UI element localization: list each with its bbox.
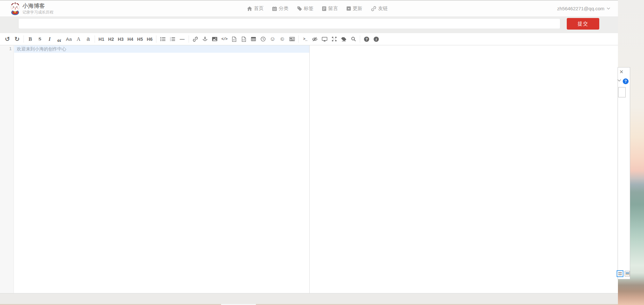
toolbar-code-button[interactable]: </> bbox=[219, 34, 229, 44]
horizontal-rule-icon: — bbox=[180, 36, 185, 42]
nav-item-label: 首页 bbox=[254, 5, 264, 12]
toolbar-datetime-button[interactable] bbox=[258, 34, 268, 44]
toolbar-table-button[interactable] bbox=[248, 34, 258, 44]
toolbar-ucwords-button[interactable]: Aa bbox=[64, 34, 74, 44]
message-board-icon bbox=[322, 6, 326, 11]
italic-icon: I bbox=[49, 36, 51, 42]
toolbar-goto-line-button[interactable]: >_ bbox=[300, 34, 310, 44]
h5-icon: H5 bbox=[137, 37, 143, 42]
toolbar-clear-button[interactable] bbox=[339, 34, 349, 44]
nav-item-tags[interactable]: 标签 bbox=[297, 5, 313, 12]
toolbar-separator bbox=[156, 35, 156, 43]
toolbar-image-button[interactable] bbox=[210, 34, 219, 44]
toolbar-code-block-button[interactable] bbox=[239, 34, 248, 44]
toolbar-watch-button[interactable] bbox=[310, 34, 320, 44]
nav-item-updates[interactable]: 更新 bbox=[347, 5, 362, 12]
uppercase-icon: A bbox=[77, 36, 80, 42]
toolbar-pagebreak-button[interactable] bbox=[287, 34, 297, 44]
toolbar-html-entities-button[interactable]: © bbox=[277, 34, 287, 44]
line-number: 1 bbox=[0, 46, 12, 51]
toolbar-del-button[interactable]: S bbox=[35, 34, 45, 44]
toolbar-h2-button[interactable]: H2 bbox=[106, 34, 116, 44]
toolbar-h3-button[interactable]: H3 bbox=[116, 34, 126, 44]
chevron-down-icon[interactable] bbox=[617, 79, 621, 82]
site-header: 小海博客 记录学习成长历程 首页分类标签留言更新友链 zh56462271@qq… bbox=[0, 0, 618, 16]
toolbar-hr-button[interactable]: — bbox=[177, 34, 187, 44]
toolbar-h5-button[interactable]: H5 bbox=[135, 34, 145, 44]
account-dropdown[interactable]: zh56462271@qq.com bbox=[557, 1, 610, 16]
toolbar-search-button[interactable] bbox=[349, 34, 358, 44]
toolbar-list-ul-button[interactable] bbox=[158, 34, 168, 44]
toolbar-emoji-button[interactable]: ☺ bbox=[268, 34, 277, 44]
eye-slash-icon bbox=[312, 37, 318, 41]
anchor-icon bbox=[203, 37, 207, 41]
nav-item-friend-links[interactable]: 友链 bbox=[371, 5, 388, 12]
search-icon bbox=[351, 37, 356, 41]
toolbar-preview-button[interactable] bbox=[320, 34, 329, 44]
nav-item-categories[interactable]: 分类 bbox=[272, 5, 288, 12]
lowercase-icon: a bbox=[87, 36, 90, 42]
toolbar-link-button[interactable] bbox=[191, 34, 200, 44]
strikethrough-icon: S bbox=[39, 36, 41, 42]
markdown-editor[interactable]: 1 欢迎来到小海的创作中心 bbox=[0, 45, 618, 293]
user-email: zh56462271@qq.com bbox=[557, 6, 604, 11]
table-icon bbox=[251, 37, 256, 41]
help-circle-icon[interactable]: ? bbox=[623, 78, 629, 84]
nav-item-home[interactable]: 首页 bbox=[247, 5, 264, 12]
toolbar-separator bbox=[95, 35, 95, 43]
toolbar-h1-button[interactable]: H1 bbox=[97, 34, 106, 44]
toolbar-italic-button[interactable]: I bbox=[45, 34, 54, 44]
editor-toolbar: ↺↻BSI“AaAaH1H2H3H4H5H6123—</>☺©>_?i bbox=[0, 33, 618, 45]
close-icon[interactable]: × bbox=[620, 68, 623, 75]
toolbar-preformatted-text-button[interactable] bbox=[229, 34, 239, 44]
nav-item-label: 分类 bbox=[279, 5, 288, 12]
post-title-input[interactable] bbox=[18, 18, 560, 29]
toolbar-help-button[interactable]: ? bbox=[362, 34, 371, 44]
image-icon bbox=[212, 37, 217, 41]
pagebreak-icon bbox=[289, 37, 295, 41]
list-ul-icon bbox=[160, 37, 165, 41]
side-panel-input[interactable] bbox=[618, 87, 626, 97]
terminal-icon: >_ bbox=[303, 37, 307, 41]
info-circle-icon: i bbox=[374, 37, 379, 42]
site-subtitle: 记录学习成长历程 bbox=[23, 10, 53, 15]
redo-icon: ↻ bbox=[14, 36, 20, 42]
line-number-gutter: 1 bbox=[0, 45, 14, 293]
help-circle-icon: ? bbox=[364, 37, 369, 42]
toolbar-redo-button[interactable]: ↻ bbox=[12, 34, 22, 44]
site-logo-avatar[interactable] bbox=[9, 2, 22, 15]
link-chain-icon bbox=[193, 37, 198, 42]
editor-placeholder-text: 欢迎来到小海的创作中心 bbox=[17, 46, 66, 52]
toolbar-quote-button[interactable]: “ bbox=[54, 34, 64, 44]
submit-button[interactable]: 提交 bbox=[567, 18, 599, 30]
h6-icon: H6 bbox=[147, 37, 153, 42]
image-thumbnail-icon[interactable] bbox=[625, 271, 630, 276]
copyright-icon: © bbox=[280, 36, 284, 42]
toolbar-fullscreen-button[interactable] bbox=[329, 34, 339, 44]
h1-icon: H1 bbox=[98, 37, 104, 42]
toolbar-lowercase-button[interactable]: a bbox=[83, 34, 93, 44]
list-mode-icon[interactable] bbox=[617, 270, 623, 277]
caret-square-up-icon bbox=[347, 6, 351, 11]
preview-pane bbox=[310, 45, 618, 293]
toolbar-h4-button[interactable]: H4 bbox=[126, 34, 135, 44]
toolbar-uppercase-button[interactable]: A bbox=[74, 34, 83, 44]
nav-item-label: 标签 bbox=[304, 5, 313, 12]
calendar-icon bbox=[272, 6, 277, 11]
svg-text:3: 3 bbox=[170, 40, 171, 41]
link-chain-icon bbox=[371, 6, 376, 11]
toolbar-h6-button[interactable]: H6 bbox=[145, 34, 154, 44]
file-code-icon bbox=[242, 37, 246, 42]
monitor-icon bbox=[322, 37, 327, 41]
toolbar-undo-button[interactable]: ↺ bbox=[3, 34, 12, 44]
undo-icon: ↺ bbox=[5, 36, 10, 42]
bold-icon: B bbox=[29, 36, 32, 42]
chevron-down-icon bbox=[607, 7, 610, 10]
toolbar-anchor-button[interactable] bbox=[200, 34, 210, 44]
toolbar-info-button[interactable]: i bbox=[371, 34, 381, 44]
toolbar-separator bbox=[298, 35, 299, 43]
toolbar-bold-button[interactable]: B bbox=[25, 34, 35, 44]
toolbar-list-ol-button[interactable]: 123 bbox=[168, 34, 177, 44]
nav-item-label: 留言 bbox=[328, 5, 338, 12]
nav-item-messages[interactable]: 留言 bbox=[322, 5, 338, 12]
